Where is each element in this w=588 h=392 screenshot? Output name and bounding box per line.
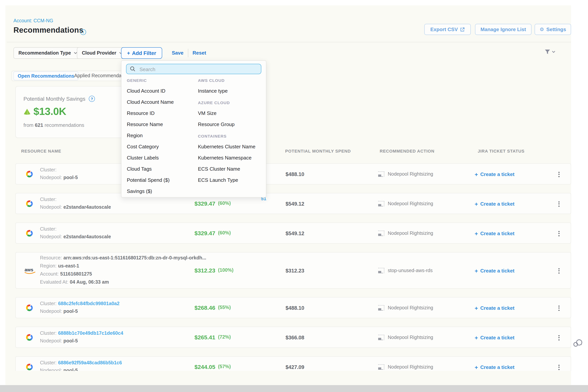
plus-icon: + <box>475 364 478 370</box>
create-ticket-label: Create a ticket <box>480 230 514 236</box>
save-filter-button[interactable]: Save <box>172 50 184 56</box>
row-menu-button[interactable] <box>556 334 562 341</box>
detail-label: Cluster: <box>40 301 56 306</box>
row-menu-button[interactable] <box>556 200 562 207</box>
settings-label: Settings <box>546 26 566 32</box>
cluster-link[interactable]: 688c2fefc84fbdc99801a0a2 <box>58 301 120 306</box>
filter-option[interactable]: VM Size <box>198 110 216 116</box>
filter-option[interactable]: Potential Spend ($) <box>127 176 170 183</box>
recommended-action-cell: Nodepool Rightsizing <box>378 171 433 176</box>
potential-monthly-spend-cell: $549.12 <box>286 201 304 206</box>
savings-value: $329.47 <box>194 230 215 236</box>
rightsizing-icon <box>378 268 384 273</box>
create-ticket-label: Create a ticket <box>480 268 514 274</box>
filter-option[interactable]: Cluster Labels <box>127 154 159 161</box>
export-csv-button[interactable]: Export CSV <box>424 24 471 35</box>
savings-percent: (60%) <box>218 230 231 236</box>
filter-option[interactable]: Instance type <box>198 87 228 94</box>
detail-value: 511616801275 <box>60 271 92 277</box>
manage-ignore-list-button[interactable]: Manage Ignore List <box>475 24 532 35</box>
table-row: Cluster:Nodepool:e2standar4autoscale$329… <box>15 222 571 244</box>
detail-label: Cluster: <box>40 197 56 202</box>
savings-value: $265.41 <box>194 334 215 340</box>
resource-detail-line: Nodepool:e2standar4autoscale <box>40 204 111 210</box>
resource-detail-line: Cluster: <box>40 167 56 172</box>
cluster-link[interactable]: 6886e92f59a48cad86b5b1c6 <box>58 360 122 366</box>
filter-option[interactable]: Resource Name <box>127 121 163 128</box>
create-ticket-button[interactable]: +Create a ticket <box>475 267 514 274</box>
detail-value: e2standar4autoscale <box>64 234 111 240</box>
savings-subtitle: from 621 recommendations <box>24 122 84 128</box>
filter-option[interactable]: Savings ($) <box>127 188 152 194</box>
filter-dropdown-column-2: AWS CLOUDInstance typeAZURE CLOUDVM Size… <box>198 61 263 197</box>
filter-option[interactable]: Cloud Account Name <box>127 98 174 105</box>
create-ticket-button[interactable]: +Create a ticket <box>475 364 514 370</box>
savings-subtitle-suffix: recommendations <box>44 122 84 128</box>
create-ticket-button[interactable]: +Create a ticket <box>475 230 514 236</box>
chevron-down-icon <box>74 52 77 54</box>
help-chat-icon[interactable] <box>573 339 584 348</box>
external-link-icon <box>460 27 465 32</box>
detail-label: Nodepool: <box>40 175 62 180</box>
recommendation-type-label: Recommendation Type <box>18 50 71 56</box>
filter-option[interactable]: Kubernetes Namespace <box>198 154 252 161</box>
resource-detail-line: Nodepool:pool-5 <box>40 338 78 344</box>
filter-option[interactable]: Region <box>127 132 142 139</box>
detail-value: e2standar4autoscale <box>64 204 111 210</box>
savings-value: $244.05 <box>194 363 215 370</box>
cloud-provider-filter-chip[interactable]: Cloud Provider <box>77 47 128 59</box>
create-ticket-button[interactable]: +Create a ticket <box>475 171 514 177</box>
plus-icon: + <box>475 334 478 341</box>
filter-section-title: AZURE CLOUD <box>198 99 230 106</box>
filter-option[interactable]: Kubernetes Cluster Name <box>198 143 256 150</box>
recommended-action-label: Nodepool Rightsizing <box>388 334 433 340</box>
recommended-action-label: Nodepool Rightsizing <box>388 364 433 370</box>
create-ticket-label: Create a ticket <box>480 201 514 206</box>
create-ticket-button[interactable]: +Create a ticket <box>475 304 514 311</box>
info-icon[interactable]: i <box>80 29 86 35</box>
gcp-cloud-icon <box>25 230 34 237</box>
create-ticket-label: Create a ticket <box>480 305 514 311</box>
filter-option[interactable]: Cloud Account ID <box>127 87 166 94</box>
filter-option[interactable]: Resource Group <box>198 121 234 128</box>
row-menu-button[interactable] <box>556 267 562 274</box>
settings-button[interactable]: ⚙ Settings <box>534 24 571 35</box>
create-ticket-button[interactable]: +Create a ticket <box>475 200 514 207</box>
reset-filter-button[interactable]: Reset <box>192 50 206 56</box>
aws-icon: aws <box>24 266 36 275</box>
row-menu-button[interactable] <box>556 364 562 371</box>
filter-panel-toggle[interactable] <box>544 49 555 54</box>
detail-value: pool-5 <box>64 368 78 371</box>
filter-option[interactable]: Cloud Tags <box>127 165 152 172</box>
potential-monthly-spend-cell: $312.23 <box>286 268 304 274</box>
row-menu-button[interactable] <box>556 171 562 178</box>
rightsizing-icon <box>378 364 384 370</box>
detail-value: pool-5 <box>64 338 78 344</box>
recommendation-type-filter-chip[interactable]: Recommendation Type <box>14 47 82 59</box>
tab-open-recommendations[interactable]: Open Recommendations <box>14 72 78 80</box>
create-ticket-button[interactable]: +Create a ticket <box>475 334 514 341</box>
monthly-savings-cell: $329.47(60%) <box>194 230 231 236</box>
help-icon[interactable]: ? <box>89 96 95 102</box>
resource-detail-line: Cluster: <box>40 226 56 232</box>
gcp-cloud-icon <box>25 334 34 341</box>
filter-option[interactable]: Resource ID <box>127 110 155 116</box>
account-breadcrumb[interactable]: Account: CCM-NG <box>14 18 53 24</box>
filter-option[interactable]: ECS Launch Type <box>198 176 238 183</box>
detail-value: pool-5 <box>64 308 78 314</box>
funnel-icon <box>544 49 550 54</box>
filter-option[interactable]: ECS Cluster Name <box>198 165 240 172</box>
potential-monthly-spend-cell: $488.10 <box>286 171 304 177</box>
add-filter-button[interactable]: + Add Filter <box>121 47 162 59</box>
filter-option[interactable]: Cost Category <box>127 143 159 150</box>
detail-label: Region: <box>40 263 56 269</box>
bottom-bar <box>0 385 588 392</box>
detail-value: 04 Aug, 06:33 am <box>70 280 109 285</box>
cluster-link[interactable]: 6888b1c70e49db17c1de60c4 <box>58 330 123 336</box>
chevron-down-icon <box>552 51 555 53</box>
row-menu-button[interactable] <box>556 304 562 312</box>
filter-section-title: CONTAINERS <box>198 132 226 140</box>
row-menu-button[interactable] <box>556 230 562 237</box>
monthly-savings-cell: $312.23(100%) <box>194 267 234 274</box>
monthly-savings-cell: $244.05(57%) <box>194 363 231 370</box>
